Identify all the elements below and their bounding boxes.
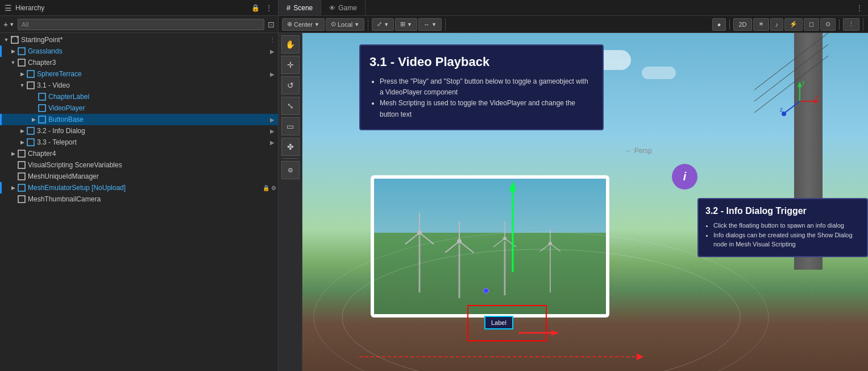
svg-rect-13	[18, 162, 25, 168]
2d-btn[interactable]: 2D	[733, 18, 751, 31]
id-bullet-1: Click the floating button to spawn an in…	[713, 221, 860, 230]
item-label: 3.1 - Video	[37, 81, 278, 89]
info-circle-button[interactable]: i	[672, 164, 697, 189]
svg-rect-15	[18, 184, 25, 191]
effects-btn[interactable]: ⚡	[784, 18, 803, 31]
cube-icon	[17, 149, 26, 158]
hierarchy-item-starting-point[interactable]: ▼ StartingPoint* ⋮	[0, 34, 278, 46]
hierarchy-item-33-teleport[interactable]: ▶ 3.3 - Teleport ▶	[0, 137, 278, 148]
id-panel-bullets: Click the floating button to spawn an in…	[705, 221, 860, 249]
expand-arrow: ▶	[18, 70, 26, 78]
no-arrow	[30, 104, 38, 112]
combined-tool[interactable]: ✤	[281, 138, 300, 156]
game-icon: 👁	[329, 5, 335, 11]
hierarchy-item-mesh-emulator[interactable]: ▶ MeshEmulatorSetup [NoUpload] 🔒 ⚙	[0, 182, 278, 193]
item-label: 3.3 - Teleport	[37, 138, 270, 146]
sphere-btn[interactable]: ●	[712, 18, 726, 31]
panel-more-icon[interactable]: ⋮	[851, 3, 868, 13]
svg-line-54	[785, 101, 800, 113]
tab-scene[interactable]: # Scene	[279, 0, 321, 15]
hierarchy-toolbar: + ▼ ⊡	[0, 16, 278, 33]
hierarchy-item-button-base[interactable]: ▶ ButtonBase ▶	[0, 114, 278, 125]
rect-tool[interactable]: ▭	[281, 117, 300, 135]
toolbar-tools: ⊕ Center ▼ ⊙ Local ▼	[282, 18, 368, 31]
svg-rect-3	[18, 48, 25, 55]
collapse-arrow: ▼	[9, 59, 17, 67]
more-icon[interactable]: ⋮	[264, 3, 273, 13]
item-label: ChapterLabel	[48, 93, 278, 101]
more-btn[interactable]: ⋮	[843, 18, 859, 31]
ruler-tool-btn[interactable]: ↔ ▼	[418, 18, 442, 31]
item-label: VideoPlayer	[48, 104, 278, 112]
separator	[729, 19, 730, 30]
scene-viewport[interactable]: 3.1 - Video Playback Press the "Play" an…	[302, 33, 868, 371]
scene-main-area: ✋ ✛ ↺ ⤡ ▭ ✤ ⚙	[279, 33, 868, 371]
hierarchy-item-grasslands[interactable]: ▶ Grasslands ▶	[0, 46, 278, 57]
settings-tool[interactable]: ⚙	[281, 161, 300, 179]
add-arrow-icon: ▼	[9, 22, 14, 27]
local-label: Local	[338, 21, 352, 28]
svg-rect-6	[27, 82, 34, 89]
hierarchy-item-video-player[interactable]: VideoPlayer	[0, 102, 278, 114]
cube-icon	[38, 115, 47, 124]
hierarchy-item-32-info-dialog[interactable]: ▶ 3.2 - Info Dialog ▶	[0, 125, 278, 137]
hierarchy-item-chapter3[interactable]: ▼ Chapter3	[0, 57, 278, 68]
persp-label: ← Persp	[625, 147, 652, 155]
hierarchy-item-31-video[interactable]: ▼ 3.1 - Video	[0, 80, 278, 91]
cube-icon	[17, 172, 26, 181]
expand-arrow: ▶	[18, 127, 26, 135]
gizmo-btn[interactable]: ⊙	[820, 18, 836, 31]
vp-bullet-1: Press the "Play" and "Stop" button below…	[380, 76, 593, 98]
hand-tool[interactable]: ✋	[281, 35, 300, 53]
right-arrow-icon: ▶	[270, 139, 275, 146]
hierarchy-item-chapter4[interactable]: ▶ Chapter4	[0, 148, 278, 159]
hierarchy-item-mesh-unique-id[interactable]: MeshUniqueIdManager	[0, 171, 278, 182]
svg-text:x: x	[816, 94, 819, 100]
tools-sidebar: ✋ ✛ ↺ ⤡ ▭ ✤ ⚙	[279, 33, 302, 371]
rotate-tool[interactable]: ↺	[281, 76, 300, 94]
video-sky	[374, 179, 606, 233]
hierarchy-item-visual-scripting[interactable]: VisualScripting SceneVariables	[0, 159, 278, 171]
scale-tool[interactable]: ⤡	[281, 97, 300, 115]
move-tool[interactable]: ✛	[281, 56, 300, 74]
video-screen	[371, 175, 609, 318]
cube-icon	[38, 104, 47, 113]
chevron-icon: ▼	[314, 22, 319, 27]
hierarchy-item-chapter-label[interactable]: ChapterLabel	[0, 91, 278, 102]
svg-marker-49	[798, 81, 802, 87]
grid-tool-btn[interactable]: ⊞ ▼	[395, 18, 417, 31]
cube-icon	[26, 138, 35, 147]
item-label: MeshEmulatorSetup [NoUpload]	[28, 184, 263, 192]
blue-indicator	[0, 182, 2, 193]
no-arrow	[9, 161, 17, 169]
svg-rect-7	[39, 93, 45, 100]
move-tool-btn[interactable]: ⤢ ▼	[372, 18, 394, 31]
item-label: Chapter4	[28, 150, 278, 158]
item-label: VisualScripting SceneVariables	[28, 161, 278, 169]
search-input[interactable]	[18, 19, 264, 30]
local-dropdown[interactable]: ⊙ Local ▼	[326, 18, 364, 31]
center-dropdown[interactable]: ⊕ Center ▼	[282, 18, 325, 31]
audio-btn[interactable]: ♪	[770, 18, 784, 31]
hierarchy-title: Hierarchy	[15, 4, 247, 12]
hamburger-icon: ☰	[5, 3, 12, 13]
cube-icon	[26, 126, 35, 135]
item-label: Chapter3	[28, 59, 278, 67]
hierarchy-item-sphere-terrace[interactable]: ▶ SphereTerrace ▶	[0, 68, 278, 80]
scene-cam-btn[interactable]: ◻	[804, 18, 819, 31]
lighting-btn[interactable]: ☀	[753, 18, 769, 31]
right-arrow-icon: ▶	[270, 117, 275, 123]
vp-panel-title: 3.1 - Video Playback	[369, 55, 593, 69]
blue-dot	[483, 288, 489, 294]
lock-icon[interactable]: 🔒	[250, 3, 261, 13]
tab-game[interactable]: 👁 Game	[321, 0, 366, 15]
move-icon: ⤢	[377, 20, 382, 28]
plus-icon: +	[3, 20, 8, 29]
svg-text:z: z	[780, 106, 783, 113]
no-arrow	[9, 172, 17, 180]
add-button[interactable]: + ▼	[3, 20, 14, 29]
tool-separator	[283, 158, 298, 159]
hierarchy-item-mesh-thumbnail[interactable]: MeshThumbnailCamera	[0, 193, 278, 205]
item-menu-icon[interactable]: ⋮	[269, 36, 276, 44]
search-options-icon[interactable]: ⊡	[268, 20, 275, 29]
